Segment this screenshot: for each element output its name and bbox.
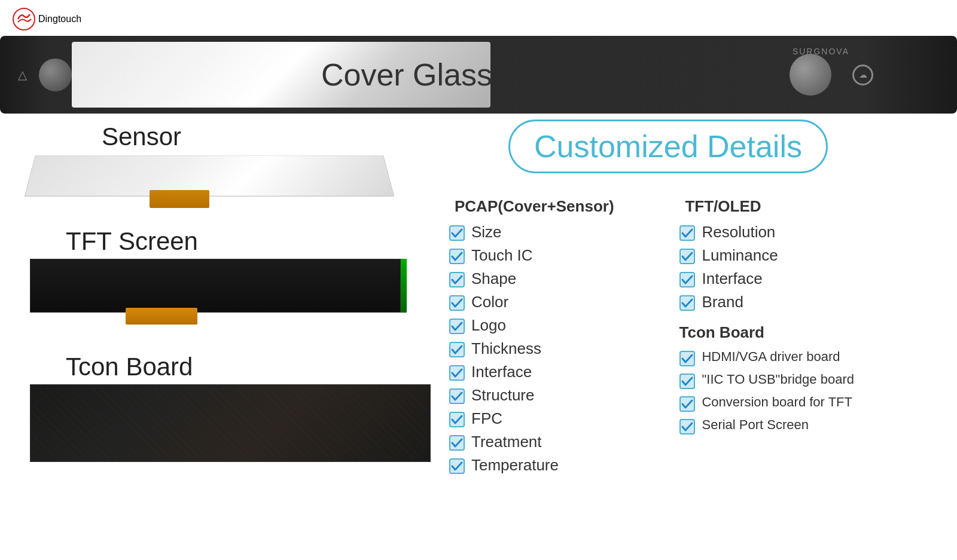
- tcon-section: Tcon Board: [30, 353, 461, 462]
- pcap-title: PCAP(Cover+Sensor): [455, 197, 673, 216]
- circle-right: [790, 54, 831, 96]
- spec-label: Interface: [702, 270, 762, 288]
- spec-label: Resolution: [702, 223, 775, 241]
- tft-items-list: Resolution Luminance Interface Brand: [679, 223, 951, 311]
- specs-right: TFT/OLED Resolution Luminance Interface …: [679, 197, 951, 479]
- spec-label: Temperature: [471, 456, 559, 475]
- tcon-spec-label: HDMI/VGA driver board: [702, 349, 840, 365]
- brand-text: SURGNOVA: [793, 47, 849, 56]
- spec-label: Shape: [471, 270, 516, 288]
- pcap-spec-item: Touch IC: [449, 246, 673, 265]
- pcap-spec-item: Temperature: [449, 456, 673, 475]
- tcon-board-body: [30, 384, 431, 462]
- sensor-plate: [30, 154, 419, 208]
- sensor-label: Sensor: [102, 123, 437, 151]
- spec-label: Color: [471, 293, 508, 311]
- pcap-spec-item: Logo: [449, 316, 673, 335]
- tcon-spec-item: Conversion board for TFT: [679, 394, 951, 412]
- spec-label: Interface: [471, 363, 532, 381]
- tcon-spec-label: Conversion board for TFT: [702, 394, 852, 410]
- tft-spec-item: Interface: [679, 270, 951, 288]
- tcon-label: Tcon Board: [66, 353, 461, 381]
- nfc-icon: ☁: [852, 65, 873, 85]
- tcon-items-list: HDMI/VGA driver board "IIC TO USB"bridge…: [679, 349, 951, 435]
- tft-screen-body: [30, 259, 431, 325]
- cover-glass-bar: SURGNOVA △ Cover Glass ☁: [0, 36, 957, 114]
- circle-left: [39, 59, 72, 91]
- specs-left: PCAP(Cover+Sensor) Size Touch IC Shape C…: [449, 197, 673, 479]
- pcap-spec-item: FPC: [449, 409, 673, 428]
- spec-label: Brand: [702, 293, 743, 311]
- spec-label: Logo: [471, 316, 506, 335]
- cover-glass-label: Cover Glass: [321, 57, 492, 93]
- tft-oled-title: TFT/OLED: [685, 197, 951, 216]
- customized-title: Customized Details: [534, 129, 802, 164]
- tft-spec-item: Resolution: [679, 223, 951, 241]
- pcap-spec-item: Interface: [449, 363, 673, 381]
- spec-label: Thickness: [471, 339, 541, 358]
- sensor-fpc: [150, 190, 209, 208]
- pcap-spec-item: Shape: [449, 270, 673, 288]
- spec-label: Luminance: [702, 246, 778, 265]
- sensor-section: Sensor: [30, 123, 437, 208]
- customized-oval: Customized Details: [508, 120, 828, 173]
- tcon-spec-label: "IIC TO USB"bridge board: [702, 372, 854, 387]
- spec-label: Treatment: [471, 433, 542, 451]
- specs-area: PCAP(Cover+Sensor) Size Touch IC Shape C…: [449, 197, 951, 479]
- pcap-spec-item: Structure: [449, 386, 673, 405]
- pcap-spec-item: Thickness: [449, 339, 673, 358]
- tft-section: TFT Screen: [30, 227, 449, 325]
- tcon-right-section: Tcon Board HDMI/VGA driver board "IIC TO…: [679, 323, 951, 435]
- pcap-spec-item: Size: [449, 223, 673, 241]
- tft-fpc: [126, 308, 197, 325]
- tcon-spec-label: Serial Port Screen: [702, 417, 809, 433]
- spec-label: Size: [471, 223, 502, 241]
- sensor-plate-body: [25, 155, 395, 197]
- spec-label: FPC: [471, 409, 502, 428]
- logo-icon: [12, 7, 36, 31]
- pcap-spec-item: Color: [449, 293, 673, 311]
- logo: Dingtouch: [12, 7, 81, 31]
- pcap-spec-item: Treatment: [449, 433, 673, 451]
- tcon-spec-item: HDMI/VGA driver board: [679, 349, 951, 367]
- logo-text: Dingtouch: [38, 14, 81, 25]
- tft-spec-item: Brand: [679, 293, 951, 311]
- tft-main: [30, 259, 401, 313]
- right-panel: Customized Details PCAP(Cover+Sensor) Si…: [449, 120, 951, 479]
- tft-label: TFT Screen: [66, 227, 449, 256]
- pcap-items-list: Size Touch IC Shape Color Logo Thickness…: [449, 223, 673, 475]
- tft-spec-item: Luminance: [679, 246, 951, 265]
- tcon-right-title: Tcon Board: [679, 323, 951, 342]
- arrow-icon: △: [18, 68, 27, 82]
- tft-green-strip: [401, 259, 407, 313]
- tcon-spec-item: "IIC TO USB"bridge board: [679, 372, 951, 390]
- spec-label: Touch IC: [471, 246, 533, 265]
- spec-label: Structure: [471, 386, 535, 405]
- tcon-spec-item: Serial Port Screen: [679, 417, 951, 435]
